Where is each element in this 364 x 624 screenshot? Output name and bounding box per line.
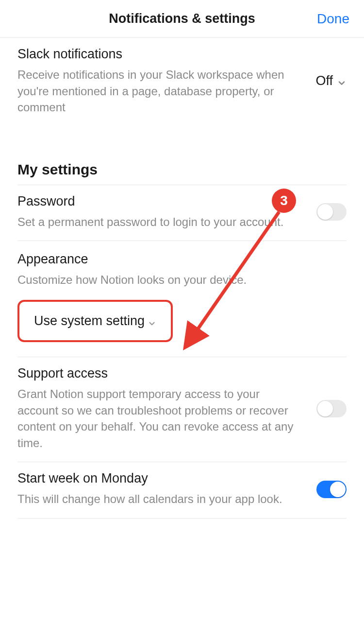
slack-text: Slack notifications Receive notification… bbox=[17, 47, 315, 116]
divider bbox=[17, 241, 347, 241]
start-week-title: Start week on Monday bbox=[17, 471, 302, 486]
appearance-desc: Customize how Notion looks on your devic… bbox=[17, 272, 347, 288]
toggle-knob bbox=[317, 204, 333, 220]
start-week-toggle[interactable] bbox=[316, 481, 347, 498]
support-access-row: Support access Grant Notion support temp… bbox=[17, 357, 347, 462]
page-title: Notifications & settings bbox=[109, 11, 255, 26]
password-desc: Set a permanent password to login to you… bbox=[17, 214, 302, 230]
chevron-down-icon bbox=[337, 76, 347, 86]
appearance-row: Appearance Customize how Notion looks on… bbox=[17, 252, 347, 357]
slack-title: Slack notifications bbox=[17, 47, 301, 62]
support-desc: Grant Notion support temporary access to… bbox=[17, 386, 302, 451]
header: Notifications & settings Done bbox=[0, 0, 364, 38]
toggle-knob bbox=[317, 401, 333, 416]
chevron-down-icon bbox=[148, 316, 156, 325]
slack-value-label: Off bbox=[315, 73, 333, 88]
my-settings-heading: My settings bbox=[17, 161, 347, 178]
toggle-knob bbox=[330, 482, 346, 497]
password-title: Password bbox=[17, 194, 302, 209]
support-toggle[interactable] bbox=[316, 400, 347, 417]
support-text: Support access Grant Notion support temp… bbox=[17, 366, 316, 451]
divider bbox=[17, 518, 347, 519]
support-title: Support access bbox=[17, 366, 302, 381]
appearance-title: Appearance bbox=[17, 252, 347, 267]
start-week-row: Start week on Monday This will change ho… bbox=[17, 462, 347, 518]
start-week-text: Start week on Monday This will change ho… bbox=[17, 471, 316, 507]
appearance-value-label: Use system setting bbox=[34, 313, 145, 329]
slack-desc: Receive notifications in your Slack work… bbox=[17, 67, 301, 116]
content: Slack notifications Receive notification… bbox=[0, 38, 364, 519]
slack-notifications-row[interactable]: Slack notifications Receive notification… bbox=[17, 38, 347, 126]
appearance-dropdown[interactable]: Use system setting bbox=[17, 300, 173, 342]
password-text: Password Set a permanent password to log… bbox=[17, 194, 316, 230]
password-row: Password Set a permanent password to log… bbox=[17, 185, 347, 241]
done-button[interactable]: Done bbox=[317, 11, 349, 27]
start-week-desc: This will change how all calendars in yo… bbox=[17, 491, 302, 507]
slack-value-dropdown[interactable]: Off bbox=[315, 73, 347, 88]
password-toggle[interactable] bbox=[316, 203, 347, 221]
